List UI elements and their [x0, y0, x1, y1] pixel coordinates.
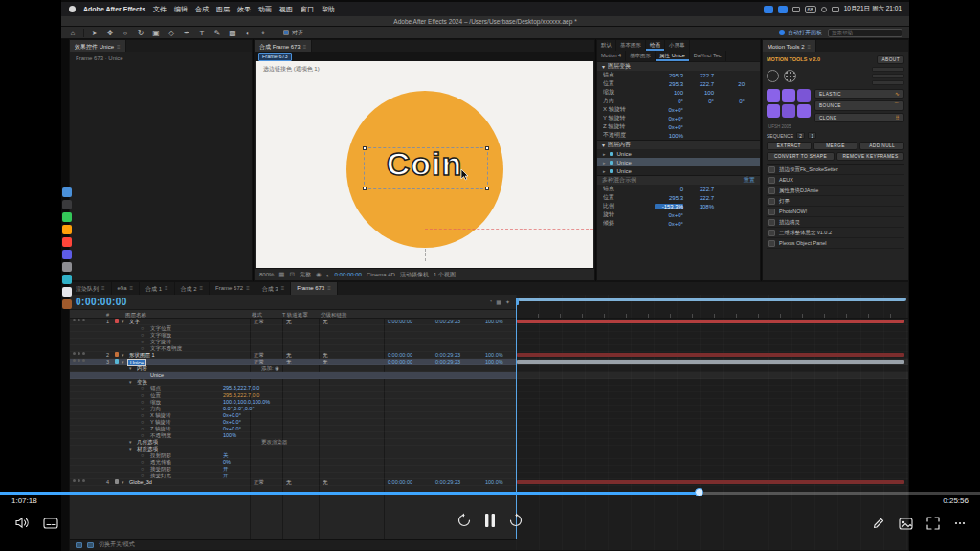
camera-view-select[interactable]: 活动摄像机 — [400, 271, 429, 279]
property-value[interactable]: 100.0,100.0,100.0% — [223, 399, 270, 406]
layer-duration-bar[interactable] — [517, 393, 904, 397]
property-value-z[interactable]: 20 — [716, 81, 745, 87]
timeline-row[interactable]: ▾ ○ 透光传输 0% — [70, 459, 516, 466]
layer-duration-bar[interactable] — [517, 353, 904, 357]
layer-duration-bar[interactable] — [517, 420, 904, 424]
property-row[interactable]: Z 轴旋转 0x+0° — [597, 122, 760, 131]
property-value-x[interactable]: -153.3% — [655, 204, 683, 209]
timeline-row[interactable]: ▾ ○ 位置 295.3,222.7,0.0 — [70, 392, 516, 399]
property-value-x[interactable]: 295.3 — [655, 81, 683, 87]
dock-app-icon[interactable] — [62, 287, 72, 297]
cti-handle[interactable] — [516, 298, 519, 305]
track-row[interactable] — [516, 446, 908, 452]
zoom-tool-icon[interactable]: ○ — [121, 27, 130, 39]
property-value[interactable]: 开 — [223, 473, 229, 479]
timeline-tab[interactable]: 合成 2 ≡ — [175, 282, 211, 295]
property-row[interactable]: 位置 295.3 222.7 — [597, 193, 760, 202]
dock-app-icon[interactable] — [62, 200, 72, 209]
menu-item[interactable]: 视图 — [279, 5, 293, 14]
layer-name[interactable]: Unice — [150, 372, 164, 379]
property-value-z[interactable]: 0° — [716, 99, 745, 104]
help-search-input[interactable] — [828, 29, 902, 37]
layer-duration-bar[interactable] — [517, 320, 904, 323]
stopwatch-icon[interactable]: ○ — [141, 452, 144, 459]
stopwatch-icon[interactable]: ○ — [141, 386, 144, 392]
selection-handle[interactable] — [485, 187, 489, 190]
layer-name[interactable]: 变换 — [137, 379, 147, 386]
layer-name[interactable]: 文字位置 — [150, 325, 171, 332]
property-value[interactable]: 0x+0.0° — [223, 426, 241, 432]
property-value[interactable]: 0x+0.0° — [223, 412, 241, 419]
preset-button[interactable] — [782, 104, 795, 118]
track-row[interactable] — [516, 339, 908, 345]
script-list-item[interactable]: 描边设置Fk_StrokeSetter — [767, 165, 904, 175]
layer-duration-bar[interactable] — [517, 474, 904, 477]
menu-item[interactable]: 合成 — [195, 5, 209, 14]
parent-link-select[interactable]: 无 — [323, 352, 328, 359]
script-list-item[interactable]: 属性滑块DJAmie — [767, 186, 904, 196]
expand-arrow-icon[interactable]: ▾ — [129, 439, 132, 446]
expand-arrow-icon[interactable]: ▾ — [122, 479, 124, 486]
timeline-row[interactable]: ▾ ○ 材质选项 — [70, 446, 516, 452]
timeline-row[interactable]: ▾ ○ 变换 — [70, 379, 516, 386]
timeline-row[interactable]: ▾ ○ 缩放 100.0,100.0,100.0% — [70, 399, 516, 406]
content-tree-row[interactable]: ▸ Unice — [597, 149, 760, 158]
track-row[interactable] — [516, 392, 908, 399]
layer-name[interactable]: 文字不透明度 — [150, 345, 182, 352]
menu-item[interactable]: 窗口 — [301, 5, 314, 14]
tab-composition[interactable]: 合成 Frame 673 ≡ — [255, 40, 312, 52]
property-value-x[interactable]: 100% — [655, 133, 683, 139]
track-matte-select[interactable]: 无 — [286, 359, 292, 365]
property-value[interactable]: 0.0°,0.0°,0.0° — [223, 406, 255, 412]
snap-checkbox[interactable] — [283, 30, 289, 35]
layer-name[interactable]: Z 轴旋转 — [150, 426, 170, 432]
stopwatch-icon[interactable]: ○ — [141, 332, 144, 339]
ease-slider[interactable] — [872, 74, 904, 78]
region-of-interest-icon[interactable]: ⊡ — [290, 271, 295, 278]
preset-button[interactable] — [767, 89, 780, 102]
property-value-x[interactable]: 0x+0° — [655, 124, 683, 130]
layer-duration-bar[interactable] — [517, 427, 904, 430]
col-parent-link[interactable]: 父级和链接 — [321, 312, 347, 319]
expand-arrow-icon[interactable]: ▾ — [122, 352, 124, 359]
menu-item[interactable]: 帮助 — [322, 5, 335, 14]
track-row[interactable] — [516, 412, 908, 419]
grid-options-icon[interactable]: ▦ — [278, 271, 284, 278]
selection-handle[interactable] — [485, 146, 489, 150]
timeline-row[interactable]: ▾ ○ Y 轴旋转 0x+0.0° — [70, 419, 516, 426]
view-layout-select[interactable]: 1 个视图 — [434, 271, 456, 279]
selection-tool-icon[interactable]: ➤ — [90, 27, 100, 39]
preset-button[interactable] — [797, 89, 811, 102]
home-icon[interactable]: ⌂ — [68, 27, 78, 39]
stopwatch-icon[interactable]: ○ — [141, 325, 144, 332]
layer-name[interactable]: Globe_3d — [129, 479, 152, 486]
timeline-row[interactable]: 1 ▾ ○ 文字 正常 无 无 0:00:00:00 0:00:29:23 — [70, 319, 516, 325]
stopwatch-icon[interactable]: ○ — [141, 406, 144, 412]
blend-mode-select[interactable]: 正常 — [254, 352, 264, 359]
property-value-y[interactable]: 222.7 — [685, 187, 714, 192]
stopwatch-icon[interactable]: ○ — [141, 466, 144, 473]
pen-tool-icon[interactable]: ✒ — [182, 27, 191, 39]
about-button[interactable]: ABOUT — [877, 55, 904, 64]
ease-dots-icon[interactable] — [784, 70, 796, 82]
col-layer-name[interactable]: 图层名称 — [125, 312, 146, 319]
app-menu-title[interactable]: Adobe After Effects — [83, 6, 145, 12]
track-row[interactable] — [516, 379, 908, 386]
current-timecode[interactable]: 0:00:00:00 — [76, 297, 127, 307]
layer-duration-bar[interactable] — [517, 386, 904, 390]
properties-tab[interactable]: 属性 Unice — [656, 51, 690, 61]
property-row[interactable]: Y 轴旋转 0x+0° — [597, 114, 760, 122]
motion-action-button[interactable]: CLONE ⠿ — [814, 113, 904, 122]
sequence-value-1[interactable]: 2 — [796, 132, 805, 139]
camera-tool-icon[interactable]: ▣ — [151, 27, 161, 39]
layer-duration-bar[interactable] — [517, 407, 904, 410]
screen-record-icon[interactable] — [778, 6, 788, 13]
layer-name[interactable]: 文字缩放 — [150, 332, 171, 339]
timeline-row[interactable]: ▾ ○ 方向 0.0°,0.0°,0.0° — [70, 406, 516, 412]
timeline-row[interactable]: ▾ ○ 接受灯光 开 — [70, 473, 516, 479]
layer-av-switches[interactable] — [73, 352, 85, 355]
timeline-track-pane[interactable] — [516, 295, 908, 550]
track-row[interactable] — [516, 452, 908, 459]
layer-name[interactable]: 透光传输 — [150, 459, 171, 466]
menubar-clock[interactable]: 10月21日 周六 21:01 — [844, 5, 902, 13]
